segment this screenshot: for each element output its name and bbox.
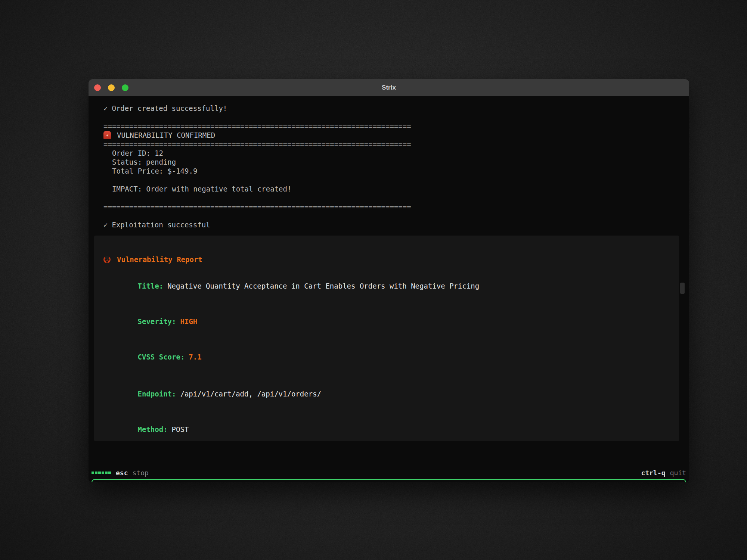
endpoint-value: /api/v1/cart/add, /api/v1/orders/	[180, 390, 321, 398]
check-icon: ✓	[103, 220, 108, 229]
report-title-row: Title:Negative Quantity Acceptance in Ca…	[103, 273, 670, 299]
spinner-block	[102, 472, 104, 474]
command-input[interactable]: >	[92, 479, 686, 482]
quit-action-label: quit	[670, 469, 686, 477]
activity-spinner-blocks	[92, 472, 111, 474]
report-endpoint-row: Endpoint:/api/v1/cart/add, /api/v1/order…	[103, 380, 670, 407]
exploitation-successful-line: ✓ Exploitation successful	[103, 220, 678, 229]
separator-line: ========================================…	[103, 122, 678, 131]
zoom-window-button[interactable]	[122, 84, 128, 91]
strix-terminal-window: Strix ✓ Order created successfully! ====…	[89, 79, 689, 482]
method-value: POST	[172, 425, 189, 433]
console-log: ✓ Order created successfully! ==========…	[103, 104, 678, 229]
report-header-title: Vulnerability Report	[117, 255, 202, 264]
separator-line: ========================================…	[103, 140, 678, 149]
ctrl-q-key-hint: ctrl-q	[641, 469, 666, 477]
terminal-output-area[interactable]: ✓ Order created successfully! ==========…	[89, 96, 689, 482]
vulnerability-report-panel: Vulnerability Report Title:Negative Quan…	[94, 236, 679, 441]
titlebar[interactable]: Strix	[89, 79, 689, 96]
spinner-block	[95, 472, 97, 474]
minimize-window-button[interactable]	[108, 84, 115, 91]
status-bar: esc stop ctrl-q quit	[92, 468, 686, 477]
order-status-line: Status: pending	[103, 158, 678, 167]
total-price-line: Total Price: $-149.9	[103, 167, 678, 175]
order-status-value: pending	[146, 158, 176, 167]
blank-line	[103, 193, 678, 202]
esc-action-label: stop	[133, 469, 149, 477]
report-cvss-row: CVSS Score:7.1	[103, 343, 670, 370]
blank-line	[103, 211, 678, 220]
separator-line: ========================================…	[103, 202, 678, 211]
vulnerability-confirmed-line: VULNERABILITY CONFIRMED	[103, 131, 678, 140]
order-created-line: ✓ Order created successfully!	[103, 104, 678, 113]
report-title-value: Negative Quantity Acceptance in Cart Ena…	[167, 282, 479, 290]
check-icon: ✓	[103, 104, 108, 113]
window-title: Strix	[89, 84, 689, 91]
order-id-line: Order ID: 12	[103, 149, 678, 158]
rotating-light-icon	[103, 131, 111, 139]
blank-line	[103, 113, 678, 122]
spinner-block	[105, 472, 108, 474]
report-method-row: Method:POST	[103, 416, 670, 441]
spinner-block	[92, 472, 94, 474]
order-id-value: 12	[155, 149, 163, 158]
window-controls	[94, 79, 128, 96]
total-price-value: $-149.9	[167, 167, 197, 175]
severity-badge: HIGH	[180, 317, 197, 326]
scrollbar-thumb[interactable]	[680, 283, 685, 294]
impact-line: IMPACT: Order with negative total create…	[103, 184, 678, 193]
spinner-block	[108, 472, 111, 474]
esc-key-hint: esc	[116, 469, 128, 477]
spinner-block	[98, 472, 101, 474]
ladybug-icon	[103, 256, 111, 263]
report-severity-row: Severity:HIGH	[103, 308, 670, 335]
close-window-button[interactable]	[94, 84, 101, 91]
cvss-score-value: 7.1	[189, 353, 201, 361]
blank-line	[103, 175, 678, 184]
report-header: Vulnerability Report	[103, 255, 670, 264]
